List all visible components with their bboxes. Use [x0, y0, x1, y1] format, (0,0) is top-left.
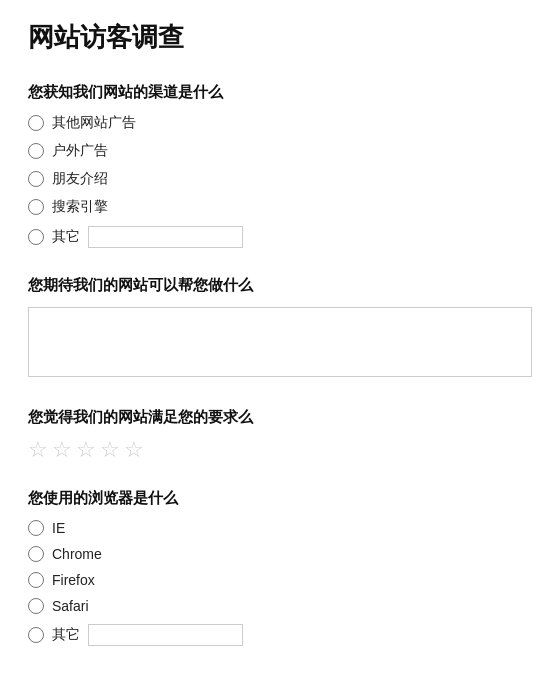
browser-label-ie: IE	[52, 520, 65, 536]
star-2[interactable]: ☆	[52, 439, 72, 461]
browser-radio-ie[interactable]	[28, 520, 44, 536]
channel-radio-1[interactable]	[28, 115, 44, 131]
channel-radio-3[interactable]	[28, 171, 44, 187]
browser-radio-other[interactable]	[28, 627, 44, 643]
section-rating: 您觉得我们的网站满足您的要求么 ☆ ☆ ☆ ☆ ☆	[28, 408, 532, 461]
browser-option-ie[interactable]: IE	[28, 520, 532, 536]
channel-option-4[interactable]: 搜索引擎	[28, 198, 532, 216]
browser-radio-firefox[interactable]	[28, 572, 44, 588]
section-expectation: 您期待我们的网站可以帮您做什么	[28, 276, 532, 380]
channel-option-1[interactable]: 其他网站广告	[28, 114, 532, 132]
channel-label-1: 其他网站广告	[52, 114, 136, 132]
channel-label-2: 户外广告	[52, 142, 108, 160]
channel-radio-group: 其他网站广告 户外广告 朋友介绍 搜索引擎 其它	[28, 114, 532, 248]
section-channel-label: 您获知我们网站的渠道是什么	[28, 83, 532, 102]
section-browser: 您使用的浏览器是什么 IE Chrome Firefox Safari 其它	[28, 489, 532, 646]
section-expectation-label: 您期待我们的网站可以帮您做什么	[28, 276, 532, 295]
channel-option-2[interactable]: 户外广告	[28, 142, 532, 160]
channel-option-5[interactable]: 其它	[28, 226, 532, 248]
browser-option-chrome[interactable]: Chrome	[28, 546, 532, 562]
browser-option-other[interactable]: 其它	[28, 624, 532, 646]
star-1[interactable]: ☆	[28, 439, 48, 461]
channel-radio-2[interactable]	[28, 143, 44, 159]
browser-radio-chrome[interactable]	[28, 546, 44, 562]
browser-radio-safari[interactable]	[28, 598, 44, 614]
browser-other-input[interactable]	[88, 624, 243, 646]
browser-label-firefox: Firefox	[52, 572, 95, 588]
expectation-textarea[interactable]	[28, 307, 532, 377]
channel-label-5: 其它	[52, 228, 80, 246]
section-channel: 您获知我们网站的渠道是什么 其他网站广告 户外广告 朋友介绍 搜索引擎 其它	[28, 83, 532, 248]
section-rating-label: 您觉得我们的网站满足您的要求么	[28, 408, 532, 427]
browser-label-chrome: Chrome	[52, 546, 102, 562]
browser-label-safari: Safari	[52, 598, 89, 614]
page-title: 网站访客调查	[28, 20, 532, 55]
channel-label-4: 搜索引擎	[52, 198, 108, 216]
browser-option-safari[interactable]: Safari	[28, 598, 532, 614]
channel-option-3[interactable]: 朋友介绍	[28, 170, 532, 188]
browser-label-other: 其它	[52, 626, 80, 644]
browser-radio-group: IE Chrome Firefox Safari 其它	[28, 520, 532, 646]
channel-radio-4[interactable]	[28, 199, 44, 215]
star-rating-group: ☆ ☆ ☆ ☆ ☆	[28, 439, 532, 461]
channel-radio-5[interactable]	[28, 229, 44, 245]
star-3[interactable]: ☆	[76, 439, 96, 461]
section-browser-label: 您使用的浏览器是什么	[28, 489, 532, 508]
browser-option-firefox[interactable]: Firefox	[28, 572, 532, 588]
star-5[interactable]: ☆	[124, 439, 144, 461]
star-4[interactable]: ☆	[100, 439, 120, 461]
channel-other-input[interactable]	[88, 226, 243, 248]
channel-label-3: 朋友介绍	[52, 170, 108, 188]
